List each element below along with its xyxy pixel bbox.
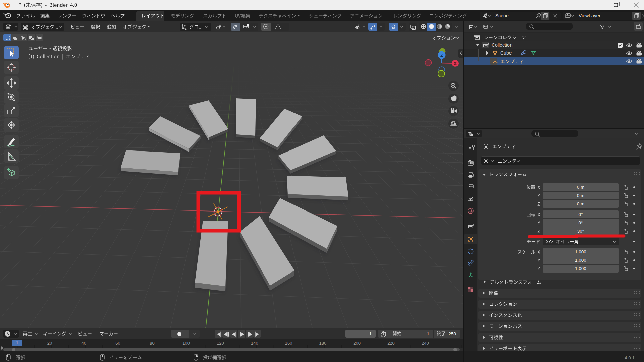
svg-text:X: X [454, 61, 457, 66]
svg-text:Z: Z [440, 53, 443, 58]
